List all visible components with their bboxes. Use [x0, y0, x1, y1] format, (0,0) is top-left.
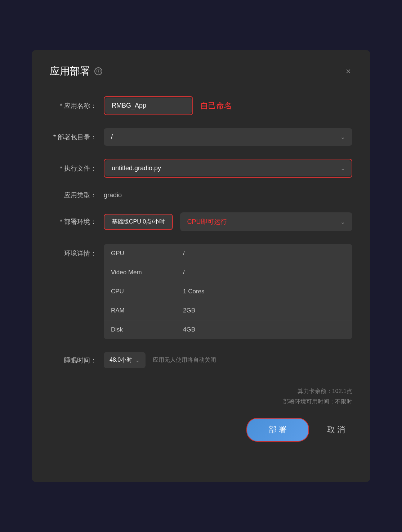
balance-line1: 算力卡余额：102.1点: [50, 386, 352, 397]
app-name-input-wrapper: [104, 96, 193, 115]
app-name-content: 自己命名: [104, 96, 352, 115]
deploy-dir-label: * 部署包目录：: [50, 133, 97, 141]
app-name-row: * 应用名称： 自己命名: [50, 96, 352, 115]
env-detail-videomem-value: /: [183, 269, 185, 276]
app-type-value: gradio: [104, 191, 122, 199]
exec-file-select[interactable]: untitled.gradio.py ⌄: [105, 160, 351, 176]
env-detail-videomem-key: Video Mem: [111, 269, 183, 276]
app-type-label: 应用类型：: [50, 191, 97, 199]
dialog-title: 应用部署: [50, 64, 90, 78]
action-row: 部 署 取 消: [50, 418, 352, 442]
sleep-time-value: 48.0小时: [110, 356, 132, 364]
env-detail-gpu-key: GPU: [111, 250, 183, 257]
deploy-env-label: * 部署环境：: [50, 217, 97, 226]
balance-section: 算力卡余额：102.1点 部署环境可用时间：不限时: [50, 386, 352, 407]
deploy-dialog: 应用部署 ⓘ × * 应用名称： 自己命名 * 部署包目录： / ⌄ * 执行文…: [32, 50, 370, 482]
info-icon[interactable]: ⓘ: [94, 67, 102, 75]
close-button[interactable]: ×: [344, 66, 352, 77]
deploy-dir-row: * 部署包目录： / ⌄: [50, 128, 352, 146]
env-tag[interactable]: 基础版CPU 0点/小时: [104, 214, 173, 230]
sleep-time-select[interactable]: 48.0小时 ⌄: [104, 352, 146, 368]
env-detail-ram-value: 2GB: [183, 307, 195, 314]
env-hint-select[interactable]: CPU即可运行 ⌄: [180, 212, 352, 231]
title-area: 应用部署 ⓘ: [50, 64, 102, 78]
cancel-button[interactable]: 取 消: [320, 419, 352, 441]
env-details-row: 环境详情： GPU / Video Mem / CPU 1 Cores RAM …: [50, 244, 352, 339]
env-detail-gpu-value: /: [183, 250, 185, 257]
sleep-time-label: 睡眠时间：: [50, 356, 97, 365]
app-name-input[interactable]: [105, 98, 192, 114]
exec-file-value: untitled.gradio.py: [112, 164, 161, 172]
sleep-time-row: 睡眠时间： 48.0小时 ⌄ 应用无人使用将自动关闭: [50, 352, 352, 368]
env-detail-ram: RAM 2GB: [104, 301, 352, 320]
env-details-label: 环境详情：: [50, 244, 97, 258]
env-detail-disk-value: 4GB: [183, 326, 195, 333]
deploy-env-row: * 部署环境： 基础版CPU 0点/小时 CPU即可运行 ⌄: [50, 212, 352, 231]
env-detail-ram-key: RAM: [111, 307, 183, 314]
app-type-row: 应用类型： gradio: [50, 191, 352, 199]
env-detail-gpu: GPU /: [104, 244, 352, 263]
env-select-chevron: ⌄: [340, 218, 345, 225]
exec-file-row: * 执行文件： untitled.gradio.py ⌄: [50, 159, 352, 178]
env-detail-disk: Disk 4GB: [104, 320, 352, 339]
exec-file-chevron: ⌄: [340, 165, 345, 172]
env-detail-disk-key: Disk: [111, 326, 183, 333]
app-name-label: * 应用名称：: [50, 102, 97, 110]
deploy-dir-value: /: [111, 133, 113, 141]
env-detail-videomem: Video Mem /: [104, 263, 352, 282]
env-detail-cpu-key: CPU: [111, 288, 183, 295]
env-detail-cpu-value: 1 Cores: [183, 288, 205, 295]
env-details-table: GPU / Video Mem / CPU 1 Cores RAM 2GB Di…: [104, 244, 352, 339]
sleep-time-hint: 应用无人使用将自动关闭: [153, 356, 216, 364]
exec-file-label: * 执行文件：: [50, 164, 97, 173]
deploy-dir-chevron: ⌄: [340, 134, 345, 140]
sleep-time-chevron: ⌄: [135, 357, 140, 364]
deploy-dir-select[interactable]: / ⌄: [104, 128, 352, 146]
exec-file-wrapper: untitled.gradio.py ⌄: [104, 159, 352, 178]
env-hint-text: CPU即可运行: [187, 217, 227, 226]
deploy-button[interactable]: 部 署: [246, 418, 309, 442]
dialog-header: 应用部署 ⓘ ×: [50, 64, 352, 78]
app-name-hint: 自己命名: [200, 100, 232, 111]
env-detail-cpu: CPU 1 Cores: [104, 282, 352, 301]
deploy-env-content: 基础版CPU 0点/小时 CPU即可运行 ⌄: [104, 212, 352, 231]
balance-line2: 部署环境可用时间：不限时: [50, 397, 352, 407]
